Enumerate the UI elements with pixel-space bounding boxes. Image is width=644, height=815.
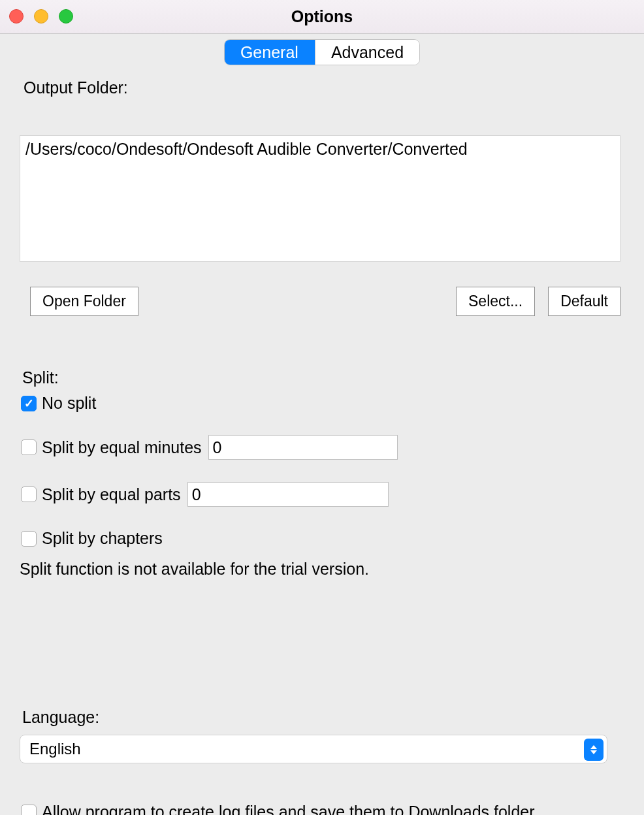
select-folder-button[interactable]: Select... [456, 287, 535, 316]
titlebar: Options [0, 0, 644, 34]
allow-log-checkbox[interactable] [21, 805, 37, 816]
split-chapters-label: Split by chapters [42, 529, 163, 548]
output-folder-label: Output Folder: [24, 78, 624, 97]
allow-log-label: Allow program to create log files and sa… [42, 803, 538, 815]
split-minutes-input[interactable] [208, 435, 398, 460]
language-select[interactable]: English [20, 735, 607, 763]
split-parts-label: Split by equal parts [42, 485, 181, 504]
tab-advanced[interactable]: Advanced [315, 40, 419, 65]
window-title: Options [0, 7, 644, 26]
split-chapters-checkbox[interactable] [21, 531, 37, 547]
updown-icon [584, 739, 604, 761]
no-split-label: No split [42, 394, 96, 413]
no-split-checkbox[interactable] [21, 396, 37, 411]
split-label: Split: [22, 368, 624, 387]
language-label: Language: [22, 708, 624, 727]
output-folder-path[interactable] [20, 135, 620, 262]
split-minutes-checkbox[interactable] [21, 439, 37, 455]
split-trial-note: Split function is not available for the … [20, 560, 624, 579]
split-parts-input[interactable] [187, 482, 389, 507]
default-folder-button[interactable]: Default [548, 287, 620, 316]
split-parts-checkbox[interactable] [21, 487, 37, 502]
language-selected-value: English [29, 740, 81, 758]
tab-bar: General Advanced [0, 39, 644, 65]
tab-general[interactable]: General [225, 40, 315, 65]
split-minutes-label: Split by equal minutes [42, 438, 202, 457]
open-folder-button[interactable]: Open Folder [30, 287, 138, 316]
